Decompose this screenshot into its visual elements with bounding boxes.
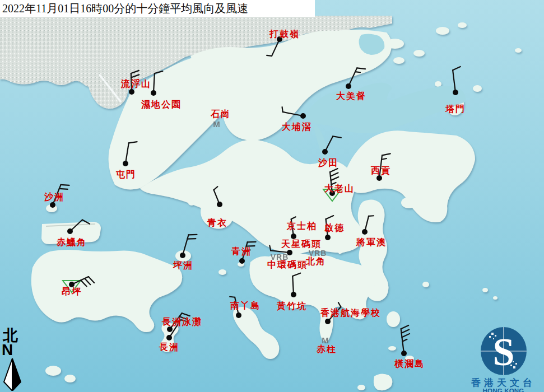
station-label-green-island[interactable]: 青洲 — [231, 246, 252, 258]
station-status-north-point: VRB — [309, 249, 327, 258]
station-label-tai-mei-tuk[interactable]: 大美督 — [336, 91, 366, 102]
station-label-tuen-mun[interactable]: 屯門 — [116, 169, 136, 181]
hko-emblem-icon: S — [478, 326, 529, 377]
station-label-ta-kwu-ling[interactable]: 打鼓嶺 — [269, 29, 300, 40]
station-label-ngong-ping[interactable]: 昂坪 — [62, 286, 82, 298]
compass-north-letter: N — [2, 343, 23, 357]
station-label-tsing-yi[interactable]: 青衣 — [207, 217, 227, 229]
station-label-lamma-island[interactable]: 南丫島 — [230, 300, 261, 312]
map-title-text: 2022年11月01日16時00分的十分鐘平均風向及風速 — [2, 1, 248, 16]
station-label-kai-tak[interactable]: 啟德 — [324, 222, 345, 234]
station-label-chek-lap-kok[interactable]: 赤鱲角 — [57, 237, 87, 249]
hko-name-english: HONG KONG OBSERVATORY — [463, 388, 544, 392]
station-label-stanley[interactable]: 赤柱 — [317, 344, 337, 356]
station-status-shek-kong: M — [213, 119, 221, 129]
compass: 北 N — [2, 328, 23, 392]
station-label-tseung-kwan-o[interactable]: 將軍澳 — [356, 237, 387, 249]
hko-logo: S 香港天文台 HONG KONG OBSERVATORY — [463, 326, 544, 392]
station-label-sai-kung[interactable]: 西貢 — [371, 165, 391, 177]
station-label-waglan-island[interactable]: 橫瀾島 — [394, 358, 425, 370]
station-label-wong-chuk-hang[interactable]: 黃竹坑 — [277, 301, 307, 312]
station-status-central-pier: VRB — [271, 253, 289, 262]
map-title: 2022年11月01日16時00分的十分鐘平均風向及風速 — [0, 0, 315, 17]
station-label-lau-fau-shan[interactable]: 流浮山 — [121, 78, 151, 90]
station-label-cheung-chau-beach[interactable]: 長洲泳灘 — [162, 316, 202, 328]
station-label-shek-kong[interactable]: 石崗 — [211, 109, 231, 120]
station-label-sha-chau[interactable]: 沙洲 — [44, 192, 64, 203]
wind-map-app: 打鼓嶺流浮山濕地公園石崗M大美督塔門大埔滘沙田西貢沙洲屯門青衣赤鱲角坪洲昂坪大老… — [0, 0, 544, 392]
svg-text:S: S — [492, 330, 514, 374]
station-label-kings-park[interactable]: 京士柏 — [287, 221, 317, 232]
station-label-sha-tin[interactable]: 沙田 — [318, 157, 338, 169]
station-label-tap-mun[interactable]: 塔門 — [445, 104, 466, 115]
station-status-stanley: M — [322, 335, 329, 345]
station-label-peng-chau[interactable]: 坪洲 — [173, 260, 193, 272]
station-label-sea-school[interactable]: 香港航海學校 — [320, 307, 381, 319]
station-label-tates-cairn[interactable]: 大老山 — [324, 183, 355, 195]
station-label-cheung-chau[interactable]: 長洲 — [159, 342, 179, 353]
station-label-wetland-park[interactable]: 濕地公園 — [141, 99, 182, 111]
hko-name-chinese: 香港天文台 — [463, 379, 544, 388]
station-label-tai-po-kau[interactable]: 大埔滘 — [282, 122, 312, 133]
north-arrow-icon — [2, 357, 23, 391]
